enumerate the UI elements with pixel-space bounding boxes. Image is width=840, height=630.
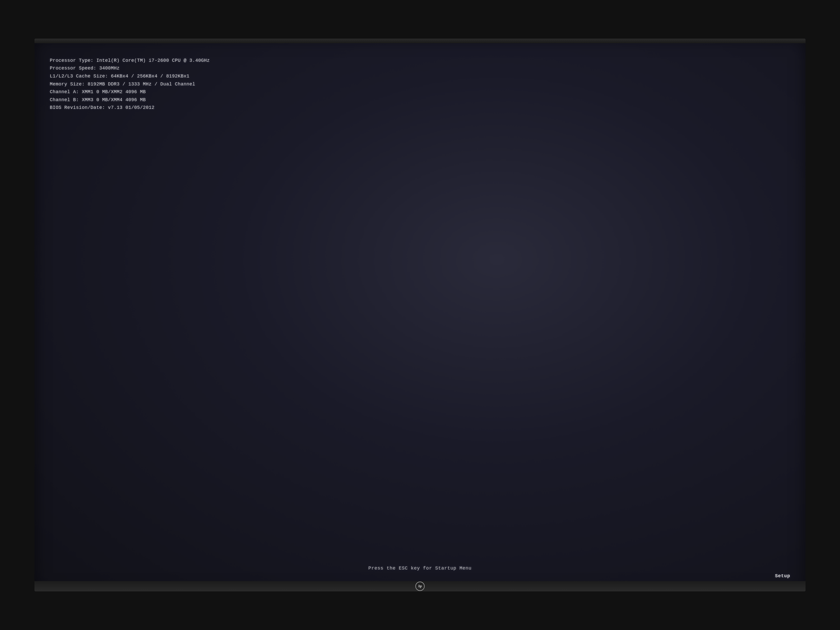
setup-label: Setup (775, 573, 790, 578)
top-bar (35, 39, 806, 43)
bios-line-1: Processor Speed: 3400MHz (50, 64, 790, 72)
bios-line-5: Channel B: XMM3 0 MB/XMM4 4096 MB (50, 96, 790, 104)
outer-frame: Processor Type: Intel(R) Core(TM) i7-260… (0, 0, 840, 630)
bios-info-panel: Processor Type: Intel(R) Core(TM) i7-260… (35, 49, 806, 561)
bottom-area: Setup (35, 573, 806, 581)
hp-logo: hp (415, 582, 425, 591)
bottom-bar: hp (35, 581, 806, 591)
bios-screen: Processor Type: Intel(R) Core(TM) i7-260… (34, 38, 807, 592)
press-esc-text: Press the ESC key for Startup Menu (368, 566, 472, 571)
bios-line-0: Processor Type: Intel(R) Core(TM) i7-260… (50, 57, 790, 65)
center-message: Press the ESC key for Startup Menu (35, 561, 806, 573)
bios-line-4: Channel A: XMM1 0 MB/XMM2 4096 MB (50, 88, 790, 96)
bios-line-2: L1/L2/L3 Cache Size: 64KBx4 / 256KBx4 / … (50, 72, 790, 80)
bios-line-3: Memory Size: 8192MB DDR3 / 1333 MHz / Du… (50, 80, 790, 88)
bios-line-6: BIOS Revision/Date: v7.13 01/05/2012 (50, 104, 790, 112)
